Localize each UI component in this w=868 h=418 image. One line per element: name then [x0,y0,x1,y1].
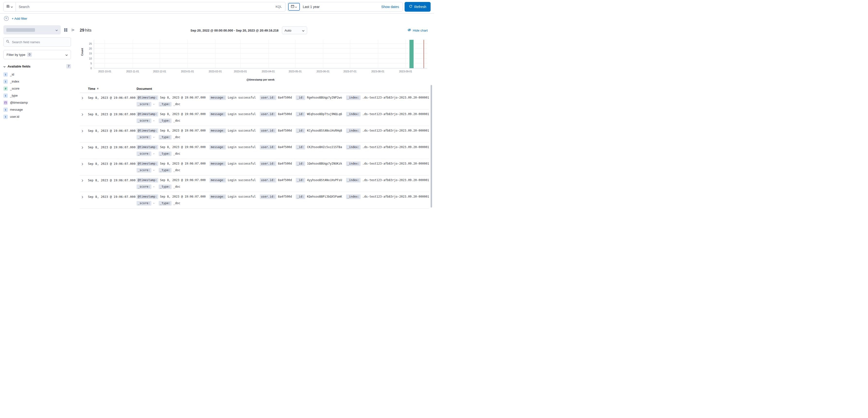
document-field-name: _id: [296,145,305,149]
expand-row-button[interactable] [80,162,85,167]
document-field-name: _type: [159,151,172,156]
filter-by-type-count-badge: 0 [27,53,32,57]
string-field-type-icon: t [3,108,8,112]
time-range-label[interactable]: Last 1 year [300,5,378,9]
document-field-value: - [153,169,155,172]
available-fields-header[interactable]: Available fields 7 [3,64,71,68]
time-column-label: Time [88,87,95,91]
document-field-name: _index: [346,195,361,199]
x-tick-label: 2023-05-01 [289,70,302,73]
expand-row-button[interactable] [80,95,85,101]
show-dates-button[interactable]: Show dates [378,5,402,9]
sidebar-field-item[interactable]: # _score [3,85,71,92]
histogram-bar[interactable] [409,40,413,68]
filter-by-type-button[interactable]: Filter by type 0 [3,50,71,59]
available-fields-count-badge: 7 [66,64,71,68]
document-field-name: _score: [136,118,151,123]
collapse-sidebar-button[interactable] [71,27,76,33]
document-field-value: 8a4f500d [278,195,292,198]
time-column-header[interactable]: Time [88,87,136,91]
y-tick-label: 5 [90,62,92,65]
refresh-button[interactable]: Refresh [405,2,431,12]
document-field-value: Sep 8, 2023 @ 19:06:07.000 [160,162,206,165]
document-field-name: @timestamp: [136,178,158,182]
document-field-value: Sep 8, 2023 @ 19:06:07.000 [160,145,206,149]
add-filter-button[interactable]: + Add filter [12,17,27,21]
sidebar-field-item[interactable]: t _type [3,92,71,99]
document-field-value: Login successful [228,162,256,165]
view-options-button[interactable] [63,27,68,33]
chevron-right-icon [81,146,84,149]
y-tick-label: 15 [89,52,92,55]
calendar-field-type-icon [3,101,8,105]
field-name: message [10,108,23,111]
row-time: Sep 8, 2023 @ 19:06:07.000 [88,145,136,156]
table-row: Sep 8, 2023 @ 19:06:07.000 @timestamp:Se… [80,142,429,159]
data-view-picker[interactable] [3,25,61,34]
interval-select[interactable]: Auto [282,27,307,34]
document-field-name: message: [210,112,226,116]
document-field-value: _doc [173,152,180,155]
sidebar-field-item[interactable]: t user.id [3,113,71,120]
document-field-name: _id: [296,178,305,182]
document-field-name: _score: [136,135,151,140]
row-document: @timestamp:Sep 8, 2023 @ 19:06:07.000mes… [136,195,429,206]
saved-query-menu-button[interactable] [4,2,16,11]
sidebar-field-item[interactable]: t message [3,106,71,113]
gridline [378,40,378,68]
document-field-name: _index: [346,129,361,133]
table-row: Sep 8, 2023 @ 19:06:07.000 @timestamp:Se… [80,175,429,192]
document-field-value: Sep 8, 2023 @ 19:06:07.000 [160,96,206,99]
document-field-value: 8a4f500d [278,162,292,165]
document-field-value: Sep 8, 2023 @ 19:06:07.000 [160,178,206,182]
document-field-name: message: [210,129,226,133]
sidebar-field-item[interactable]: t _index [3,78,71,85]
vertical-scrollbar[interactable] [431,85,432,208]
chevron-down-icon [295,5,297,8]
expand-row-button[interactable] [80,145,85,150]
hide-chart-button[interactable]: Hide chart [406,28,429,33]
document-field-name: _id: [296,112,305,116]
calendar-menu-button[interactable] [288,3,300,11]
y-tick-label: 10 [89,57,92,60]
field-name: @timestamp [10,101,28,104]
row-time: Sep 8, 2023 @ 19:06:07.000 [88,178,136,189]
document-field-name: @timestamp: [136,145,158,149]
sidebar-field-item[interactable]: @timestamp [3,99,71,106]
expand-row-button[interactable] [80,195,85,200]
document-field-value: _doc [173,169,180,172]
field-name: _type [10,94,18,97]
x-tick-label: 2022-10-01 [98,70,111,73]
expand-row-button[interactable] [80,129,85,134]
document-field-name: _type: [159,184,172,189]
chevron-right-icon [81,113,84,116]
sidebar-field-item[interactable]: t _id [3,71,71,78]
search-icon [6,40,9,44]
search-input[interactable] [16,2,272,11]
document-field-value: .ds-test123-afb83rjo-2023.09.20-000001 [362,129,429,132]
histogram-plot[interactable]: 05101520252022-10-012022-11-012022-12-01… [94,40,427,68]
expand-row-button[interactable] [80,112,85,117]
chevron-down-icon [65,53,68,57]
gridline [94,53,427,54]
field-search-input[interactable] [11,40,68,44]
document-field-name: @timestamp: [136,112,158,116]
documents-table: Time Document Sep 8, 2023 @ 19:06:07.000… [80,85,429,209]
table-row: Sep 8, 2023 @ 19:06:07.000 @timestamp:Se… [80,126,429,142]
document-field-name: _score: [136,201,151,206]
field-name: _score [10,86,20,90]
document-field-name: _id: [296,162,305,166]
x-tick-label: 2023-02-01 [209,70,222,73]
document-field-name: _type: [159,102,172,107]
expand-row-button[interactable] [80,178,85,183]
document-field-value: - [153,135,155,139]
string-field-type-icon: t [3,94,8,98]
document-field-value: Login successful [228,96,256,99]
gridline [187,40,188,68]
kql-language-button[interactable]: KQL [272,5,285,8]
number-field-type-icon: # [3,86,8,91]
fields-list: t _id t _index # _score t _type @timesta… [3,71,71,120]
filter-options-button[interactable] [3,15,9,21]
row-document: @timestamp:Sep 8, 2023 @ 19:06:07.000mes… [136,145,429,156]
document-field-value: Login successful [228,112,256,116]
